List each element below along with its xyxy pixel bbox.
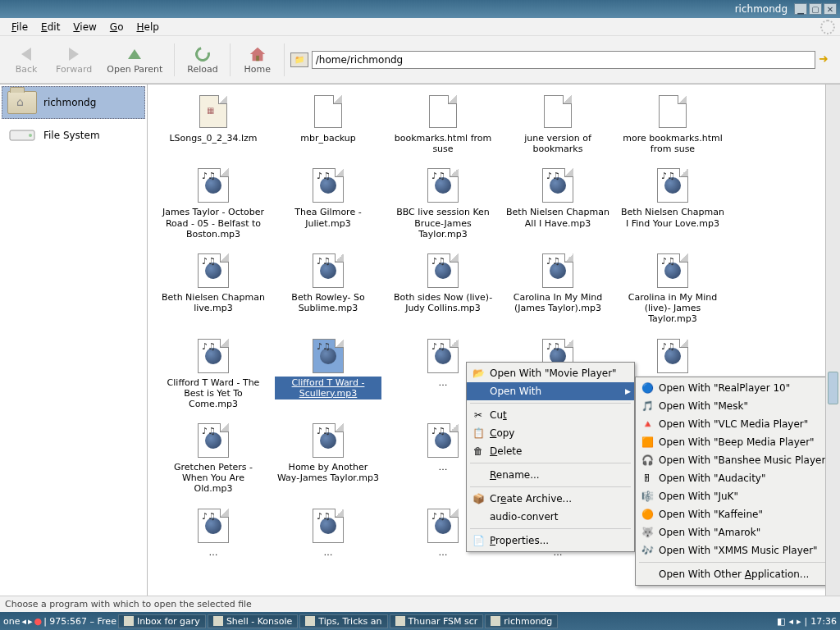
submenu-open-with-app[interactable]: 🎵Open With "Mesk" [636,397,825,415]
separator [470,463,631,463]
ctx-create-archive[interactable]: 📦Create Archive... [467,490,634,508]
file-name: Both sides Now (live)- Judy Collins.mp3 [390,291,496,314]
statusbar: Choose a program with which to open the … [0,596,840,612]
menu-go[interactable]: Go [103,20,130,34]
submenu-open-with-app[interactable]: 🟠Open With "Kaffeine" [636,505,825,523]
file-item[interactable]: june version of bookmarks [500,93,615,155]
location-input[interactable] [312,51,815,69]
folder-open-icon: 📂 [472,367,485,380]
file-name: … [437,377,450,389]
taskbar-task[interactable]: richmondg [485,614,558,628]
file-item[interactable]: ♪♫Beth Rowley- So Sublime.mp3 [271,252,386,326]
file-item[interactable]: ♪♫James Taylor - October Road - 05 - Bel… [156,167,271,240]
file-item[interactable]: ▦LSongs_0_2_34.lzm [156,93,271,155]
app-icon: 🎵 [641,399,654,413]
scrollbar-thumb[interactable] [828,372,838,404]
file-item[interactable]: mbr_backup [271,93,386,155]
file-item[interactable]: ♪♫Beth Nielsen Chapman All I Have.mp3 [500,167,615,240]
vertical-scrollbar[interactable] [825,84,840,596]
back-button[interactable]: Back [5,43,48,76]
taskbar-task[interactable]: Tips, Tricks an [299,614,387,628]
file-icon: ♪♫ [539,167,577,204]
throbber-icon [820,20,835,34]
tray-icon[interactable]: ▸ [797,616,801,627]
file-item[interactable]: ♪♫Gretchen Peters - When You Are Old.mp3 [156,422,271,495]
file-name: … [322,546,335,559]
file-item[interactable]: ♪♫Both sides Now (live)- Judy Collins.mp… [386,252,500,326]
file-item[interactable]: ♪♫Home by Another Way-James Taylor.mp3 [271,422,386,495]
ctx-copy[interactable]: 📋Copy [467,424,634,442]
workspace-pager[interactable]: one ◂ ▸ [3,616,33,627]
system-tray: ◧ ◂ ▸ | 17:36 [777,616,837,627]
menu-view[interactable]: View [66,20,103,34]
file-item[interactable]: ♪♫Carolina In My Mind (James Taylor).mp3 [500,252,615,326]
submenu-open-with-app[interactable]: 🐺Open With "Amarok" [636,523,825,541]
file-item[interactable]: more bookmarks.html from suse [615,93,730,155]
taskbar-task[interactable]: Thunar FSM scr [390,614,484,628]
menu-file[interactable]: FFileile [5,20,34,34]
file-name: Clifford T Ward - The Best is Yet To Com… [160,377,267,411]
file-item[interactable]: ♪♫Thea Gilmore - Juliet.mp3 [271,167,386,240]
ctx-cut[interactable]: ✂Cut [467,406,634,424]
file-item[interactable]: ♪♫Clifford T Ward - Scullery.mp3 [271,337,386,411]
file-icon: ♪♫ [194,167,232,204]
pager-left-icon[interactable]: ◂ [21,616,26,627]
reload-button[interactable]: Reload [180,43,224,76]
submenu-open-with-app[interactable]: 🎚Open With "Audacity" [636,469,825,487]
home-button[interactable]: Home [236,43,279,76]
file-icon: ♪♫ [309,422,347,459]
window-maximize-button[interactable]: ▢ [809,3,822,15]
file-icon: ♪♫ [424,167,462,204]
file-name: Thea Gilmore - Juliet.mp3 [275,206,381,229]
open-parent-button[interactable]: Open Parent [100,43,169,76]
app-icon: 🎼 [641,490,654,503]
place-filesystem[interactable]: File System [2,119,145,152]
separator [639,562,825,563]
reload-icon [193,44,212,64]
submenu-open-with-app[interactable]: 🎧Open With "Banshee Music Player" [636,451,825,469]
submenu-open-with-app[interactable]: 🎼Open With "JuK" [636,487,825,505]
submenu-open-with-app[interactable]: 🟧Open With "Beep Media Player" [636,433,825,451]
forward-button[interactable]: Forward [49,43,98,76]
file-icon: ♪♫ [194,507,232,545]
file-item[interactable]: ♪♫Beth Nielsen Chapman I Find Your Love.… [615,167,730,240]
place-home[interactable]: ⌂ richmondg [2,86,145,119]
tray-icon[interactable]: ◧ [777,616,785,627]
submenu-open-with-app[interactable]: 🔵Open With "RealPlayer 10" [636,379,825,397]
window-close-button[interactable]: ✕ [824,3,837,15]
file-item[interactable]: ♪♫BBC live session Ken Bruce-James Taylo… [386,167,500,240]
file-icon: ♪♫ [309,507,347,545]
file-icon: ♪♫ [654,167,692,204]
window-minimize-button[interactable]: ▁ [794,3,807,15]
taskbar-task[interactable]: Shell - Konsole [208,614,298,628]
icon-view[interactable]: ▦LSongs_0_2_34.lzmmbr_backupbookmarks.ht… [148,84,825,596]
file-name: bookmarks.html from suse [390,132,496,155]
cut-icon: ✂ [472,409,485,422]
chevron-right-icon: ▶ [625,387,631,395]
file-item[interactable]: ♪♫Clifford T Ward - The Best is Yet To C… [156,337,271,411]
submenu-open-with-app[interactable]: 🔺Open With "VLC Media Player" [636,415,825,433]
status-text: Choose a program with which to open the … [5,599,252,609]
toolbar-separator [174,43,176,76]
file-item[interactable]: ♪♫… [156,507,271,559]
ctx-rename[interactable]: Rename... [467,466,634,484]
menu-help[interactable]: Help [130,20,165,34]
go-icon[interactable]: ➜ [819,52,835,68]
submenu-open-with-app[interactable]: 🎶Open With "XMMS Music Player" [636,541,825,559]
ctx-audio-convert[interactable]: audio-convert [467,508,634,526]
taskbar-task[interactable]: Inbox for gary [118,614,206,628]
pager-right-icon[interactable]: ▸ [28,616,33,627]
file-item[interactable]: bookmarks.html from suse [386,93,500,155]
submenu-open-with-other[interactable]: Open With Other Application... [636,565,825,583]
ctx-open-with-submenu[interactable]: Open With ▶ [467,382,634,400]
file-item[interactable]: ♪♫Beth Nielsen Chapman live.mp3 [156,252,271,326]
file-item[interactable]: ♪♫Carolina in My Mind (live)- James Tayl… [615,252,730,326]
file-name: Carolina In My Mind (James Taylor).mp3 [504,291,611,314]
ctx-properties[interactable]: 📄Properties... [467,532,634,550]
ctx-open-with-default[interactable]: 📂 Open With "Movie Player" [467,364,634,382]
tray-icon[interactable]: ◂ [789,616,794,627]
ctx-delete[interactable]: 🗑Delete [467,442,634,460]
file-item[interactable]: ♪♫… [271,507,386,559]
location-bar: 📁 ➜ [290,51,835,69]
menu-edit[interactable]: Edit [34,20,66,34]
